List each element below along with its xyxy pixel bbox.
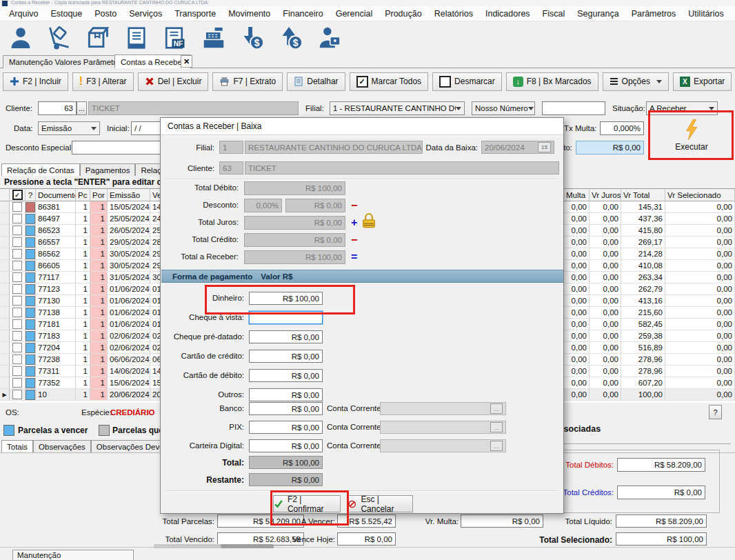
menu-item-servicos[interactable]: Serviços [123, 8, 168, 20]
row-checkbox-cell[interactable] [10, 225, 26, 237]
payment-field-2[interactable]: R$ 0,00 [249, 330, 323, 343]
row-checkbox[interactable] [12, 202, 22, 212]
tab-pagamentos[interactable]: Pagamentos [80, 163, 136, 176]
row-selector[interactable] [0, 377, 10, 389]
detalhar-button[interactable]: Detalhar [287, 72, 345, 91]
row-selector[interactable] [0, 201, 10, 213]
row-checkbox-cell[interactable] [10, 319, 26, 330]
row-checkbox-cell[interactable] [10, 366, 26, 377]
cash-register-icon[interactable] [199, 23, 229, 52]
marcar-todos-button[interactable]: ✓Marcar Todos [350, 72, 428, 91]
situacao-select[interactable]: A Receber [646, 101, 718, 115]
payment-field-6[interactable]: R$ 0,00 [249, 402, 323, 415]
row-selector[interactable] [0, 237, 10, 248]
conta-corrente-field[interactable]: … [380, 402, 506, 415]
menu-item-movimento[interactable]: Movimento [222, 8, 276, 20]
nf-invoice-icon[interactable]: NF [160, 23, 190, 52]
row-checkbox-cell[interactable] [10, 260, 26, 272]
exportar-button[interactable]: XExportar [673, 72, 732, 91]
user-lock-icon[interactable] [314, 23, 345, 52]
calendar-icon[interactable]: 15 [538, 142, 551, 152]
row-checkbox-cell[interactable] [10, 283, 26, 295]
product-box-icon[interactable] [83, 23, 113, 52]
browse-button[interactable]: … [490, 441, 503, 451]
row-checkbox[interactable] [12, 319, 22, 329]
row-checkbox[interactable] [12, 214, 22, 223]
menu-item-transporte[interactable]: Transporte [168, 8, 222, 20]
filial-select[interactable]: 1 - RESTAURANTE CANTINHO DO CU [330, 101, 465, 115]
row-checkbox-cell[interactable] [10, 377, 26, 389]
dialog-titlebar[interactable]: Contas a Receber | Baixa [161, 118, 563, 135]
header-multa[interactable]: Multa [564, 189, 590, 201]
row-checkbox[interactable] [12, 308, 22, 317]
menu-item-posto[interactable]: Posto [88, 8, 123, 20]
row-checkbox[interactable] [12, 343, 22, 352]
row-checkbox[interactable] [12, 366, 22, 376]
row-checkbox-cell[interactable] [10, 201, 26, 213]
row-selector[interactable] [0, 366, 10, 377]
header-emissao[interactable]: Emissão [108, 189, 150, 201]
row-selector[interactable] [0, 260, 10, 272]
row-selector[interactable] [0, 342, 10, 354]
nosso-numero-input[interactable] [542, 101, 605, 115]
header-checkbox-cell[interactable]: ✓ [10, 189, 26, 201]
browse-button[interactable]: … [490, 422, 503, 432]
row-selector[interactable] [0, 295, 10, 307]
row-checkbox-cell[interactable] [10, 389, 26, 401]
tab-totais[interactable]: Totais [1, 440, 33, 452]
bx-marcados-button[interactable]: ↓F8 | Bx Marcados [506, 72, 598, 91]
row-checkbox-cell[interactable] [10, 237, 26, 248]
incluir-button[interactable]: F2 | Incluir [3, 72, 68, 91]
row-checkbox-cell[interactable] [10, 295, 26, 307]
document-icon[interactable] [121, 23, 152, 52]
nosso-numero-select[interactable]: Nosso Número [472, 101, 535, 115]
row-checkbox-cell[interactable] [10, 354, 26, 366]
header-vencimento[interactable]: Vencimento [150, 189, 161, 201]
money-in-arrow-down-icon[interactable]: $ [237, 23, 268, 52]
header-por[interactable]: Por [90, 189, 108, 201]
payment-field-3[interactable]: R$ 0,00 [249, 350, 323, 363]
header-vr-total[interactable]: Vr Total [621, 189, 665, 201]
lock-icon[interactable] [361, 212, 377, 229]
delivery-handtruck-icon[interactable] [44, 23, 74, 52]
row-checkbox[interactable] [12, 331, 22, 341]
row-checkbox-cell[interactable] [10, 342, 26, 354]
tab-observacoes[interactable]: Observações [33, 440, 91, 452]
menu-item-estoque[interactable]: Estoque [44, 8, 88, 20]
row-checkbox[interactable] [12, 249, 22, 259]
tx-multa-field[interactable]: 0,000% [600, 121, 644, 135]
menu-item-arquivo[interactable]: Arquivo [3, 8, 44, 20]
header-documento[interactable]: Documento [36, 189, 76, 201]
menu-item-utilitarios[interactable]: Utilitários [682, 8, 729, 20]
row-selector[interactable] [0, 225, 10, 237]
row-selector[interactable] [0, 330, 10, 342]
row-checkbox-cell[interactable] [10, 213, 26, 225]
header-status[interactable]: ? [26, 189, 36, 201]
tab-manutencao-valores-parametros[interactable]: Manutenção Valores Parâmetros [3, 55, 130, 68]
cliente-browse-button[interactable]: ... [77, 101, 87, 115]
row-checkbox-cell[interactable] [10, 272, 26, 283]
row-checkbox[interactable] [12, 390, 22, 399]
confirmar-button[interactable]: F2 | Confirmar [273, 495, 341, 512]
header-vr-juros[interactable]: Vr Juros [590, 189, 621, 201]
payment-field-4[interactable]: R$ 0,00 [249, 369, 323, 382]
menu-item-gerencial[interactable]: Gerencial [330, 8, 379, 20]
row-selector[interactable] [0, 213, 10, 225]
conta-corrente-field[interactable]: … [380, 421, 506, 434]
executar-button[interactable]: Executar [654, 116, 729, 154]
payment-field-0[interactable]: R$ 100,00 [249, 292, 323, 305]
menu-item-relatorios[interactable]: Relatórios [428, 8, 479, 20]
scrollbar-thumb[interactable] [221, 544, 274, 548]
header-pc[interactable]: Pc [76, 189, 90, 201]
row-selector[interactable] [0, 283, 10, 295]
row-selector[interactable] [0, 248, 10, 260]
row-checkbox[interactable] [12, 354, 22, 364]
header-vr-selecionado[interactable]: Vr Selecionado [665, 189, 735, 201]
row-checkbox[interactable] [12, 237, 22, 247]
row-checkbox[interactable] [12, 272, 22, 282]
tab-close-icon[interactable]: ✕ [181, 55, 192, 68]
desmarcar-button[interactable]: Desmarcar [432, 72, 502, 91]
row-selector[interactable] [0, 354, 10, 366]
opcoes-button[interactable]: Opções [603, 72, 669, 91]
customers-icon[interactable] [6, 23, 36, 52]
